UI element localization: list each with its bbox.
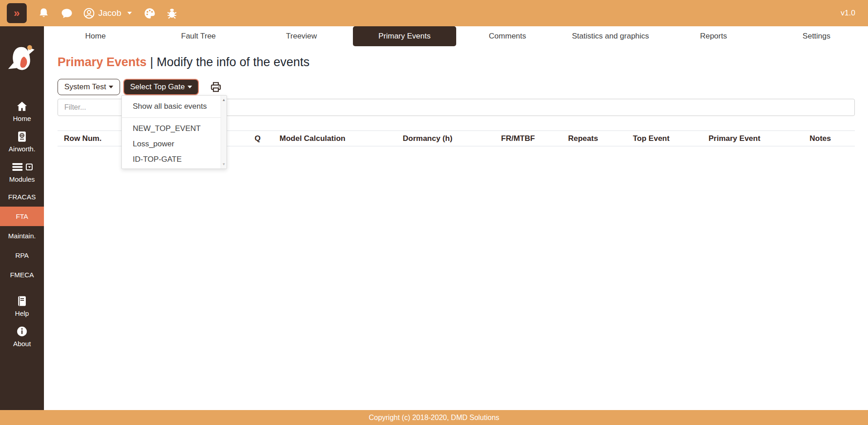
tab-fault-tree[interactable]: Fault Tree	[147, 26, 250, 46]
sidebar-item-maintain[interactable]: Maintain.	[0, 226, 44, 246]
sidebar-item-fracas[interactable]: FRACAS	[0, 187, 44, 207]
toolbar: System Test Select Top Gate	[58, 79, 868, 95]
user-menu[interactable]: Jacob	[83, 7, 132, 19]
dropdown-item-show-all-basic-events[interactable]: Show all basic events	[122, 99, 227, 114]
sidebar-item-fta[interactable]: FTA	[0, 207, 44, 226]
column-header-repeats: Repeats	[568, 131, 598, 146]
tab-label: Statistics and graphics	[572, 32, 649, 41]
tab-label: Treeview	[286, 32, 317, 41]
sidebar-toggle-button[interactable]: »	[7, 3, 27, 23]
system-select-label: System Test	[64, 82, 106, 92]
sidebar-item-airworthiness[interactable]: Airworth.	[0, 126, 44, 157]
info-icon	[16, 325, 28, 338]
main-content: Home Fault Tree Treeview Primary Events …	[44, 26, 868, 410]
sidebar: Home Airworth. Modules FRACAS FTA Mainta…	[0, 26, 44, 410]
column-header-fr-mtbf: FR/MTBF	[501, 131, 535, 146]
tab-label: Home	[85, 32, 106, 41]
theme-palette-icon[interactable]	[144, 7, 156, 19]
sidebar-item-label: Help	[15, 309, 29, 317]
sidebar-item-label: About	[13, 340, 31, 348]
printer-icon	[210, 81, 222, 93]
sidebar-item-label: Home	[13, 115, 31, 122]
module-select-icon	[26, 164, 33, 170]
sidebar-item-home[interactable]: Home	[0, 96, 44, 126]
column-header-dormancy: Dormancy (h)	[403, 131, 453, 146]
scroll-up-icon[interactable]: ▲	[221, 98, 227, 102]
chevron-down-icon	[109, 86, 113, 88]
help-book-icon	[16, 295, 28, 307]
tab-label: Fault Tree	[181, 32, 216, 41]
page-title-subtitle: | Modify the info of the events	[150, 55, 309, 69]
select-top-gate-button[interactable]: Select Top Gate	[123, 79, 199, 95]
tab-statistics-and-graphics[interactable]: Statistics and graphics	[559, 26, 662, 46]
dropdown-item-id-top-gate[interactable]: ID-TOP-GATE	[122, 152, 227, 167]
tab-label: Primary Events	[378, 32, 430, 41]
dropdown-scrollbar[interactable]: ▲ ▼	[221, 96, 227, 169]
tab-treeview[interactable]: Treeview	[250, 26, 353, 46]
dropdown-item-loss-power[interactable]: Loss_power	[122, 136, 227, 152]
double-chevron-icon: »	[14, 8, 19, 19]
home-icon	[16, 100, 28, 112]
scroll-down-icon[interactable]: ▼	[221, 162, 227, 166]
tab-home[interactable]: Home	[44, 26, 147, 46]
system-select-button[interactable]: System Test	[58, 79, 120, 95]
sidebar-item-label: Modules	[9, 175, 35, 183]
column-header-row-num: Row Num.	[64, 131, 101, 146]
dropdown-item-new-top-event[interactable]: NEW_TOP_EVENT	[122, 121, 227, 136]
dropdown-divider	[122, 117, 227, 118]
sidebar-item-label: FRACAS	[8, 193, 36, 201]
chevron-down-icon	[188, 86, 192, 88]
sidebar-item-rpa[interactable]: RPA	[0, 246, 44, 265]
page-title-main: Primary Events	[58, 55, 147, 69]
tab-primary-events[interactable]: Primary Events	[353, 26, 456, 46]
print-button[interactable]	[210, 81, 222, 93]
sidebar-item-modules[interactable]: Modules	[0, 157, 44, 187]
column-header-model-calculation: Model Calculation	[280, 131, 345, 146]
hamburger-menu-icon	[11, 161, 24, 173]
copyright-text: Copyright (c) 2018-2020, DMD Solutions	[369, 414, 499, 422]
tab-label: Comments	[489, 32, 526, 41]
sidebar-item-label: FMECA	[10, 271, 34, 279]
select-top-gate-label: Select Top Gate	[130, 82, 185, 92]
column-header-q: Q	[255, 131, 260, 146]
sidebar-item-label: RPA	[15, 251, 29, 259]
passport-icon	[16, 130, 28, 143]
tab-settings[interactable]: Settings	[765, 26, 868, 46]
sidebar-item-label: Airworth.	[9, 145, 35, 153]
app-logo	[8, 42, 36, 76]
sidebar-item-label: FTA	[16, 212, 28, 220]
tab-comments[interactable]: Comments	[456, 26, 559, 46]
app-version: v1.0	[841, 9, 855, 18]
chat-icon[interactable]	[61, 7, 73, 19]
column-header-primary-event: Primary Event	[709, 131, 760, 146]
sidebar-item-about[interactable]: About	[0, 321, 44, 352]
tab-bar: Home Fault Tree Treeview Primary Events …	[44, 26, 868, 46]
tab-label: Settings	[803, 32, 830, 41]
bug-report-icon[interactable]	[166, 7, 178, 19]
tab-label: Reports	[700, 32, 727, 41]
footer: Copyright (c) 2018-2020, DMD Solutions	[0, 410, 868, 425]
user-avatar-icon	[83, 7, 95, 19]
chevron-down-icon	[127, 12, 132, 14]
user-name: Jacob	[98, 8, 121, 18]
page-title: Primary Events | Modify the info of the …	[58, 55, 868, 69]
sidebar-item-help[interactable]: Help	[0, 291, 44, 321]
sidebar-item-fmeca[interactable]: FMECA	[0, 265, 44, 285]
tab-reports[interactable]: Reports	[662, 26, 765, 46]
column-header-notes: Notes	[810, 131, 831, 146]
sidebar-item-label: Maintain.	[8, 232, 36, 240]
top-gate-dropdown-menu: Show all basic events NEW_TOP_EVENT Loss…	[121, 95, 227, 169]
column-header-top-event: Top Event	[633, 131, 670, 146]
topbar: » Jacob v1.0	[0, 0, 868, 26]
notifications-bell-icon[interactable]	[38, 7, 50, 19]
